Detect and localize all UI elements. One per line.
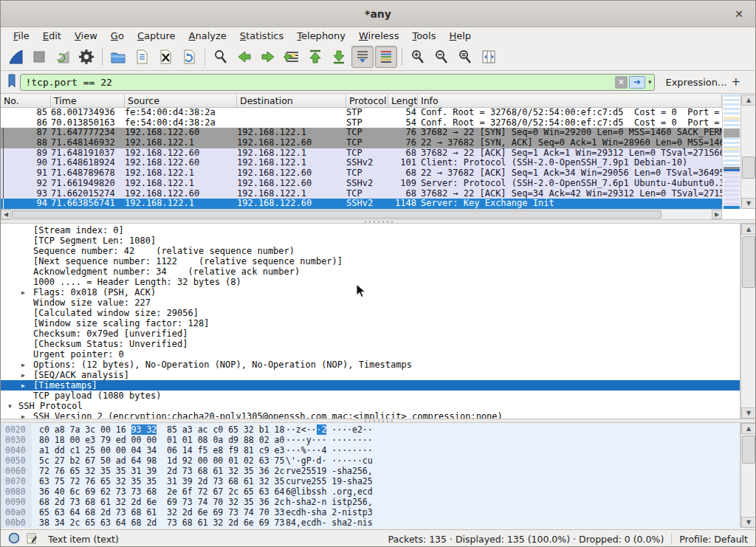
scroll-left-icon[interactable]: ◀ [1, 210, 11, 219]
expander-icon[interactable]: ▶ [21, 371, 25, 381]
hex-row[interactable]: 0040a1 dd c1 25 00 00 04 34 06 14 f5 e8 … [1, 445, 740, 455]
colorize-toggle[interactable] [375, 46, 397, 68]
menu-capture[interactable]: Capture [131, 29, 182, 43]
auto-scroll-toggle[interactable] [351, 46, 374, 68]
filter-bookmark-button[interactable] [5, 73, 18, 91]
packet-row[interactable]: 9271.661949820192.168.122.1192.168.122.6… [1, 179, 722, 189]
detail-line[interactable]: [Window size scaling factor: 128] [1, 318, 740, 328]
add-filter-button[interactable]: + [726, 75, 745, 89]
detail-line[interactable]: ▶Flags: 0x018 (PSH, ACK) [1, 287, 740, 297]
scroll-down-icon[interactable]: ▼ [741, 407, 756, 419]
go-last-packet-button[interactable] [328, 46, 350, 68]
expander-icon[interactable]: ▼ [8, 402, 12, 412]
menu-statistics[interactable]: Statistics [233, 29, 290, 43]
open-file-button[interactable] [107, 46, 129, 68]
detail-line[interactable]: Urgent pointer: 0 [1, 349, 740, 359]
expander-icon[interactable]: ▶ [21, 381, 25, 391]
packet-row[interactable]: 8871.648146932192.168.122.1192.168.122.6… [1, 138, 722, 148]
detail-line[interactable]: ▶SSH Version 2 (encryption:chacha20-poly… [1, 411, 740, 419]
detail-line[interactable]: Window size value: 227 [1, 297, 740, 308]
packet-row[interactable]: 8670.013850163fe:54:00:d4:38:2aSTP54Conf… [1, 118, 722, 128]
menu-tools[interactable]: Tools [405, 29, 442, 43]
detail-line[interactable]: Checksum: 0x79ed [unverified] [1, 328, 740, 339]
scroll-right-icon[interactable]: ▶ [712, 210, 722, 219]
start-capture-button[interactable] [4, 46, 27, 68]
save-file-button[interactable] [131, 46, 153, 68]
menu-view[interactable]: View [68, 29, 104, 43]
packet-row[interactable]: 8771.647777234192.168.122.60192.168.122.… [1, 128, 722, 138]
hex-row[interactable]: 00505c 27 b2 67 50 ad 64 98 1d 92 00 00 … [1, 455, 740, 466]
close-icon[interactable]: ✕ [732, 7, 746, 21]
expander-icon[interactable]: ▶ [21, 360, 25, 371]
scroll-thumb[interactable] [742, 156, 755, 179]
scroll-up-icon[interactable]: ▲ [741, 423, 756, 434]
detail-line[interactable]: 1000 .... = Header Length: 32 bytes (8) [1, 277, 740, 287]
hex-row[interactable]: 009068 2d 73 68 61 32 2d 6e 69 73 74 70 … [1, 497, 740, 507]
restart-capture-button[interactable] [52, 46, 74, 68]
packet-row[interactable]: 9071.648618924192.168.122.60192.168.122.… [1, 158, 722, 168]
hex-row[interactable]: 003080 18 00 e3 79 ed 00 00 01 01 08 0a … [1, 435, 740, 445]
detail-line[interactable]: [Next sequence number: 1122 (relative se… [1, 256, 740, 266]
column-header-no[interactable]: No. [1, 94, 51, 107]
detail-line[interactable]: ▼SSH Protocol [1, 401, 740, 411]
display-filter-input[interactable] [21, 75, 614, 90]
packet-row[interactable]: 8971.648191037192.168.122.60192.168.122.… [1, 148, 722, 159]
column-header-length[interactable]: Length [388, 94, 418, 107]
hex-row[interactable]: 006072 76 65 32 35 35 31 39 2d 73 68 61 … [1, 466, 740, 476]
menu-wireless[interactable]: Wireless [352, 29, 405, 43]
expander-icon[interactable]: ▶ [21, 288, 25, 298]
packet-row[interactable]: 9371.662015274192.168.122.60192.168.122.… [1, 189, 722, 199]
scroll-thumb[interactable] [742, 236, 755, 288]
column-header-info[interactable]: Info [418, 94, 722, 107]
zoom-original-button[interactable] [454, 46, 476, 68]
detail-line[interactable]: Sequence number: 42 (relative sequence n… [1, 246, 740, 256]
hex-vscrollbar[interactable]: ▲ ▼ [740, 423, 756, 528]
reload-file-button[interactable] [178, 46, 200, 68]
hex-row[interactable]: 00b038 34 2c 65 63 64 68 2d 73 68 61 32 … [1, 517, 740, 528]
scroll-up-icon[interactable]: ▲ [741, 94, 756, 106]
detail-line[interactable]: Acknowledgment number: 34 (relative ack … [1, 266, 740, 277]
detail-vscrollbar[interactable]: ▲ ▼ [740, 224, 756, 419]
menu-help[interactable]: Help [442, 29, 478, 43]
profile-label[interactable]: Profile: Default [679, 534, 748, 545]
capture-options-button[interactable] [75, 46, 97, 68]
find-packet-button[interactable] [210, 46, 232, 68]
detail-line[interactable]: [TCP Segment Len: 1080] [1, 235, 740, 246]
column-header-protocol[interactable]: Protocol [346, 94, 388, 107]
scroll-up-icon[interactable]: ▲ [741, 224, 756, 235]
go-forward-button[interactable] [257, 46, 279, 68]
detail-line[interactable]: [Calculated window size: 29056] [1, 308, 740, 318]
scroll-down-icon[interactable]: ▼ [741, 517, 756, 528]
column-header-source[interactable]: Source [125, 94, 237, 107]
detail-line-selected[interactable]: ▶[Timestamps] [1, 380, 740, 391]
detail-line[interactable]: [Checksum Status: Unverified] [1, 339, 740, 349]
hex-row[interactable]: 0020c0 a8 7a 3c 00 16 93 32 85 a3 ac c0 … [1, 424, 740, 435]
packet-row[interactable]: 8568.001734936fe:54:00:d4:38:2aSTP54Conf… [1, 108, 722, 118]
expander-icon[interactable]: ▶ [21, 412, 25, 419]
packet-list-hscrollbar[interactable]: ◀ ▶ [1, 209, 722, 219]
packet-bytes-pane[interactable]: 0020c0 a8 7a 3c 00 16 93 32 85 a3 ac c0 … [1, 423, 740, 528]
scroll-down-icon[interactable]: ▼ [741, 198, 756, 209]
expression-button[interactable]: Expression... [665, 77, 726, 88]
close-file-button[interactable] [154, 46, 176, 68]
zoom-in-button[interactable] [407, 46, 429, 68]
packet-row-selected[interactable]: 9471.663856741192.168.122.1192.168.122.6… [1, 199, 722, 209]
detail-line[interactable]: TCP payload (1080 bytes) [1, 391, 740, 401]
expert-info-icon[interactable] [8, 532, 20, 546]
stop-capture-button[interactable] [28, 46, 50, 68]
capture-comment-icon[interactable] [26, 532, 38, 546]
zoom-out-button[interactable] [430, 46, 453, 68]
filter-dropdown-icon[interactable]: ▾ [647, 78, 655, 86]
go-back-button[interactable] [233, 46, 255, 68]
detail-line[interactable]: ▶Options: (12 bytes), No-Operation (NOP)… [1, 359, 740, 370]
resize-columns-button[interactable] [478, 46, 500, 68]
menu-go[interactable]: Go [104, 29, 131, 43]
hex-row[interactable]: 00a065 63 64 68 2d 73 68 61 32 2d 6e 69 … [1, 507, 740, 517]
detail-line[interactable]: [Stream index: 0] [1, 225, 740, 235]
packet-minimap[interactable] [722, 94, 740, 209]
hex-row[interactable]: 007063 75 72 76 65 32 35 35 31 39 2d 73 … [1, 476, 740, 486]
scroll-thumb[interactable] [742, 436, 755, 464]
detail-line[interactable]: ▶[SEQ/ACK analysis] [1, 370, 740, 380]
menu-telephony[interactable]: Telephony [290, 29, 352, 43]
packet-row[interactable]: 9171.648789678192.168.122.1192.168.122.6… [1, 168, 722, 179]
